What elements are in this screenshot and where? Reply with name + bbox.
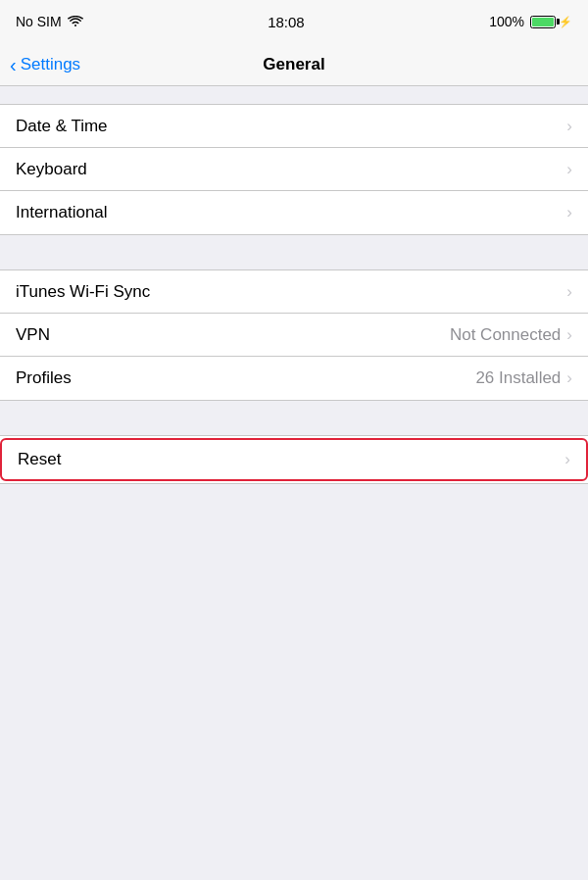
international-chevron-icon: ›: [566, 203, 572, 222]
profiles-right: 26 Installed ›: [475, 368, 572, 388]
section-gap-bottom: [0, 401, 588, 435]
vpn-item[interactable]: VPN Not Connected ›: [0, 314, 588, 357]
profiles-value: 26 Installed: [475, 368, 561, 388]
date-time-item[interactable]: Date & Time ›: [0, 105, 588, 148]
back-label: Settings: [21, 55, 80, 74]
back-chevron-icon: ‹: [10, 55, 17, 74]
reset-label: Reset: [18, 450, 61, 469]
vpn-label: VPN: [16, 325, 50, 345]
itunes-wifi-sync-right: ›: [566, 282, 572, 302]
vpn-value: Not Connected: [450, 325, 561, 345]
reset-item[interactable]: Reset ›: [0, 438, 588, 481]
reset-right: ›: [564, 450, 570, 469]
date-time-right: ›: [566, 117, 572, 136]
vpn-right: Not Connected ›: [450, 325, 572, 345]
profiles-item[interactable]: Profiles 26 Installed ›: [0, 357, 588, 400]
charging-bolt-icon: ⚡: [559, 16, 572, 28]
carrier-text: No SIM: [16, 14, 62, 29]
status-carrier: No SIM: [16, 14, 83, 29]
itunes-wifi-sync-item[interactable]: iTunes Wi-Fi Sync ›: [0, 270, 588, 314]
international-item[interactable]: International ›: [0, 191, 588, 234]
status-battery: 100% ⚡: [489, 14, 572, 29]
battery-icon: [530, 16, 556, 28]
international-label: International: [16, 203, 108, 222]
nav-bar: ‹ Settings General: [0, 43, 588, 86]
section-1: Date & Time › Keyboard › International ›: [0, 104, 588, 235]
wifi-icon: [68, 16, 83, 27]
section-2: iTunes Wi-Fi Sync › VPN Not Connected › …: [0, 269, 588, 401]
reset-section: Reset ›: [0, 435, 588, 484]
keyboard-right: ›: [566, 160, 572, 179]
page-title: General: [263, 55, 324, 74]
profiles-label: Profiles: [16, 368, 72, 388]
battery-fill: [532, 18, 554, 26]
bottom-gap: [0, 484, 588, 680]
keyboard-chevron-icon: ›: [566, 160, 572, 179]
section-gap-middle: [0, 235, 588, 269]
date-time-label: Date & Time: [16, 117, 108, 136]
itunes-wifi-sync-chevron-icon: ›: [566, 282, 572, 302]
itunes-wifi-sync-label: iTunes Wi-Fi Sync: [16, 282, 150, 302]
battery-percent: 100%: [489, 14, 524, 29]
keyboard-item[interactable]: Keyboard ›: [0, 148, 588, 191]
status-time: 18:08: [268, 14, 305, 30]
section-gap-top: [0, 86, 588, 104]
battery-icon-wrapper: ⚡: [530, 16, 572, 28]
keyboard-label: Keyboard: [16, 160, 87, 179]
date-time-chevron-icon: ›: [566, 117, 572, 136]
vpn-chevron-icon: ›: [566, 325, 572, 345]
reset-chevron-icon: ›: [564, 450, 570, 469]
profiles-chevron-icon: ›: [566, 368, 572, 388]
back-button[interactable]: ‹ Settings: [10, 55, 80, 74]
status-bar: No SIM 18:08 100% ⚡: [0, 0, 588, 43]
international-right: ›: [566, 203, 572, 222]
